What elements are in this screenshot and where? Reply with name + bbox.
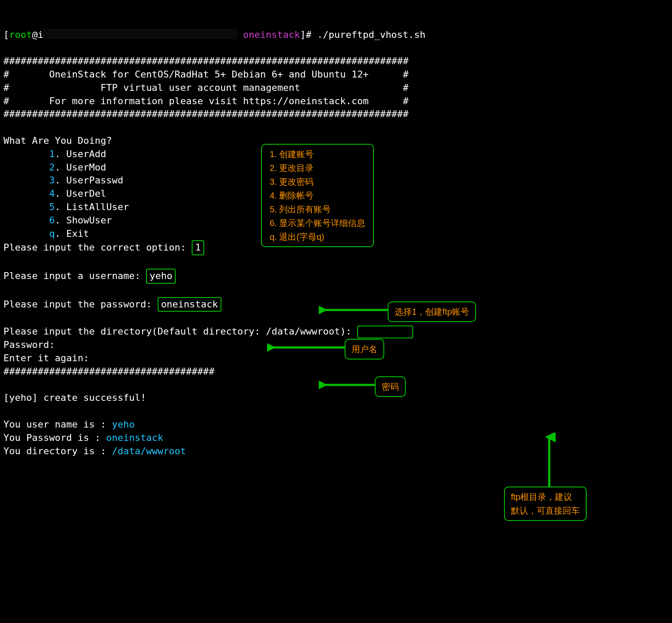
menu-label-4: UserDel [66, 188, 106, 199]
prompt-at: @ [32, 29, 37, 40]
banner-rule-bot: ########################################… [3, 108, 408, 119]
menu-hint-5: 5. 列出所有账号 [270, 202, 365, 216]
menu-label-3: UserPasswd [66, 175, 123, 186]
directory-prompt: Please input the directory(Default direc… [3, 326, 357, 337]
out-user-label: You user name is : [3, 419, 112, 430]
prompt-suffix: ]# [300, 29, 317, 40]
username-input[interactable]: yeho [146, 269, 176, 284]
menu-hint-2: 2. 更改目录 [270, 161, 365, 175]
banner-rule-top: ########################################… [3, 56, 408, 66]
success-post: ] create successful! [32, 392, 146, 403]
passwd-again: Enter it again: [3, 353, 89, 363]
menu-title: What Are You Doing? [3, 135, 112, 146]
banner-line3: # For more information please visit http… [3, 96, 408, 106]
tail-rule: ##################################### [3, 366, 215, 377]
menu-hint-q: q. 退出(字母q) [270, 230, 365, 244]
menu-num-2: 2 [49, 162, 55, 173]
username-hint-callout: 用户名 [345, 339, 384, 360]
menu-hint-1: 1. 创建账号 [270, 147, 365, 161]
hostname-blurred [44, 29, 237, 39]
prompt-bracket: [ [3, 29, 9, 40]
menu-label-q: Exit [66, 228, 89, 239]
passwd-echo: Password: [3, 339, 55, 350]
password-hint-callout: 密码 [375, 376, 406, 397]
banner-line1: # OneinStack for CentOS/RadHat 5+ Debian… [3, 69, 408, 80]
menu-label-5: ListAllUser [66, 201, 129, 212]
directory-input[interactable] [357, 325, 413, 338]
option-hint-callout: 选择1，创建ftp账号 [388, 301, 476, 322]
out-dir-label: You directory is : [3, 446, 112, 456]
menu-num-3: 3 [49, 175, 55, 186]
menu-num-q: q [49, 228, 55, 239]
menu-num-6: 6 [49, 215, 55, 226]
menu-num-4: 4 [49, 188, 55, 199]
menu-num-5: 5 [49, 201, 55, 212]
menu-hint-4: 4. 删除帐号 [270, 189, 365, 202]
menu-hint-callout: 1. 创建账号 2. 更改目录 3. 更改密码 4. 删除帐号 5. 列出所有账… [261, 144, 374, 247]
prompt-user: root [9, 29, 32, 40]
menu-label-6: ShowUser [66, 215, 112, 226]
out-pass-label: You Password is : [3, 432, 106, 443]
prompt-hostchar: i [37, 29, 43, 40]
password-input[interactable]: oneinstack [158, 297, 221, 312]
option-prompt: Please input the correct option: [3, 242, 192, 253]
out-pass-value: oneinstack [106, 432, 163, 443]
menu-label-2: UserMod [66, 162, 106, 173]
menu-hint-6: 6. 显示某个账号详细信息 [270, 216, 365, 230]
success-pre: [ [3, 392, 9, 403]
username-prompt: Please input a username: [3, 270, 146, 281]
command-text: ./pureftpd_vhost.sh [317, 29, 426, 40]
menu-hint-3: 3. 更改密码 [270, 175, 365, 189]
out-dir-value: /data/wwwroot [112, 446, 186, 456]
password-prompt: Please input the password: [3, 299, 158, 310]
menu-label-1: UserAdd [66, 149, 106, 159]
menu-num-1: 1 [49, 149, 55, 159]
option-input[interactable]: 1 [192, 240, 204, 255]
prompt-dir: oneinstack [243, 29, 300, 40]
banner-line2: # FTP virtual user account management # [3, 82, 408, 93]
success-user: yeho [9, 392, 32, 403]
out-user-value: yeho [112, 419, 135, 430]
